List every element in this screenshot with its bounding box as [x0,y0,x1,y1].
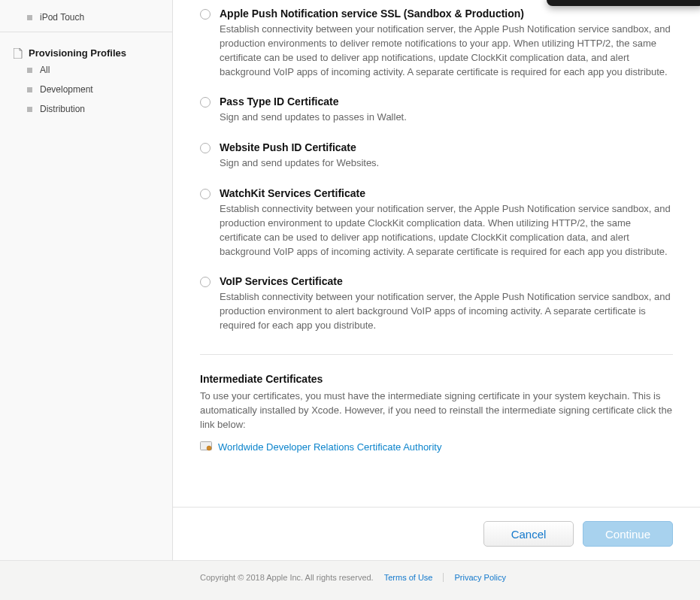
footer: Copyright © 2018 Apple Inc. All rights r… [0,560,700,600]
certificate-icon [200,441,212,452]
option-body: VoIP Services Certificate Establish conn… [220,275,673,333]
cancel-button[interactable]: Cancel [483,521,574,547]
option-title: Website Push ID Certificate [220,141,673,153]
button-bar: Cancel Continue [173,507,700,560]
cert-option-watchkit-services: WatchKit Services Certificate Establish … [200,187,673,259]
sidebar-item-distribution[interactable]: Distribution [0,99,172,119]
cert-option-apns-ssl: Apple Push Notification service SSL (San… [200,8,673,79]
sidebar-item-ipod-touch[interactable]: iPod Touch [0,8,172,27]
cert-option-voip-services: VoIP Services Certificate Establish conn… [200,275,673,333]
cert-option-website-push-id: Website Push ID Certificate Sign and sen… [200,141,673,171]
radio-apns-ssl[interactable] [200,9,211,20]
wwdr-certificate-link[interactable]: Worldwide Developer Relations Certificat… [218,441,441,453]
option-desc: Establish connectivity between your noti… [220,23,673,79]
bullet-icon [27,87,32,92]
option-title: Apple Push Notification service SSL (San… [220,8,673,20]
bullet-icon [27,68,32,73]
sidebar-item-label: All [40,65,50,75]
main-layout: iPod Touch Provisioning Profiles All Dev… [0,0,700,560]
window-shadow-artifact [547,0,700,6]
option-body: Pass Type ID Certificate Sign and send u… [220,95,673,125]
sidebar-item-label: Development [40,84,93,95]
cert-link-row: Worldwide Developer Relations Certificat… [200,441,673,453]
section-title: Intermediate Certificates [200,373,673,385]
radio-pass-type-id[interactable] [200,97,211,108]
footer-privacy-link[interactable]: Privacy Policy [454,573,505,582]
option-desc: Establish connectivity between your noti… [220,290,673,333]
sidebar-section-label: Provisioning Profiles [29,47,126,59]
section-desc: To use your certificates, you must have … [200,389,673,432]
sidebar-item-label: Distribution [40,104,85,114]
main-panel: Apple Push Notification service SSL (San… [173,0,700,560]
section-divider [200,354,673,355]
option-body: Website Push ID Certificate Sign and sen… [220,141,673,171]
option-title: Pass Type ID Certificate [220,95,673,108]
option-body: Apple Push Notification service SSL (San… [220,8,673,79]
option-title: VoIP Services Certificate [220,275,673,287]
footer-copyright: Copyright © 2018 Apple Inc. All rights r… [200,573,374,582]
sidebar-item-label: iPod Touch [40,12,84,23]
footer-terms-link[interactable]: Terms of Use [384,573,433,582]
option-desc: Establish connectivity between your noti… [220,202,673,259]
intermediate-certificates-section: Intermediate Certificates To use your ce… [200,373,673,453]
radio-voip-services[interactable] [200,277,211,287]
content-area: Apple Push Notification service SSL (San… [173,0,700,507]
radio-watchkit-services[interactable] [200,189,211,199]
option-body: WatchKit Services Certificate Establish … [220,187,673,259]
bullet-icon [27,107,32,112]
sidebar: iPod Touch Provisioning Profiles All Dev… [0,0,173,560]
cert-option-pass-type-id: Pass Type ID Certificate Sign and send u… [200,95,673,125]
option-desc: Sign and send updates to passes in Walle… [220,111,673,125]
footer-divider [443,573,444,582]
sidebar-item-all[interactable]: All [0,60,172,80]
option-title: WatchKit Services Certificate [220,187,673,199]
bullet-icon [27,15,32,20]
continue-button[interactable]: Continue [583,521,673,547]
option-desc: Sign and send updates for Websites. [220,156,673,171]
sidebar-section-provisioning-profiles[interactable]: Provisioning Profiles [0,32,172,60]
radio-website-push-id[interactable] [200,143,211,153]
document-icon [14,48,23,59]
svg-point-1 [207,446,211,450]
sidebar-item-development[interactable]: Development [0,80,172,99]
